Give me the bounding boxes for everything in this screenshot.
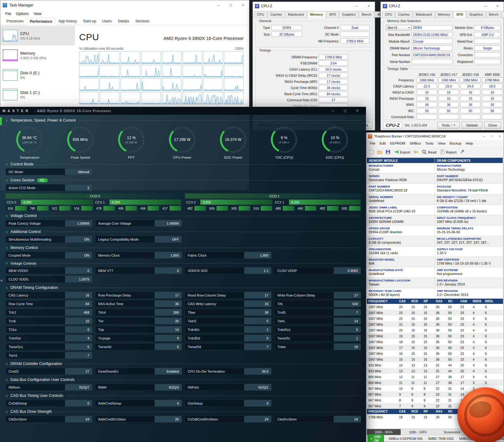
minimize-button[interactable]: –: [480, 135, 488, 138]
toolbar-open-icon[interactable]: [377, 149, 382, 155]
control-twrwrsd[interactable]: TwrwrSd6: [95, 343, 182, 350]
control-trcpage[interactable]: Trcpage0: [95, 335, 182, 342]
control-cldo-vddp[interactable]: CLDO VDDP0.9002: [274, 267, 361, 274]
chevron-down-icon[interactable]: ∨: [6, 362, 8, 366]
menu-item-tools[interactable]: Tools: [423, 142, 436, 145]
tab-graphics[interactable]: Graphics: [339, 11, 358, 17]
chevron-down-icon[interactable]: ∨: [6, 246, 8, 250]
tab-cpu[interactable]: CPU: [254, 11, 267, 17]
control-active-ccd-mode[interactable]: Active CCD Mode2: [6, 184, 92, 191]
control-write-row-column-delay[interactable]: Write Row-Column Delay17: [274, 292, 361, 299]
control-rttwr[interactable]: RttWrRZQ/3: [95, 384, 182, 391]
control-memory-clock[interactable]: Memory Clock1,800: [95, 252, 182, 259]
sidebar-collapse-icon[interactable]: «: [0, 277, 3, 283]
toolbar-report[interactable]: Report: [440, 149, 457, 155]
control-average-core-voltage[interactable]: Average Core Voltage1.09999: [95, 220, 182, 227]
control-twrwrsc[interactable]: TwrwrSc1: [274, 335, 361, 342]
close-button[interactable]: ×: [351, 109, 364, 113]
control-trdrdscl[interactable]: TrdrdScL5: [274, 326, 361, 333]
tab-app-history[interactable]: App history: [55, 17, 80, 25]
toolbar-new-doc-icon[interactable]: [369, 149, 374, 155]
tab-start-up[interactable]: Start-up: [80, 17, 99, 25]
menu-item-smbus[interactable]: SMBus: [407, 142, 423, 145]
control-ckedrvstren[interactable]: CkeDrvStren24: [274, 416, 361, 423]
toolbar-wrench-icon[interactable]: [460, 149, 465, 155]
control-twrrd[interactable]: Twrrd7: [6, 352, 92, 359]
toolbar-save-icon[interactable]: [386, 149, 391, 155]
sidebar-item-disk-0-e[interactable]: Disk 0 (E:)0%: [0, 65, 75, 85]
close-button[interactable]: ×: [237, 3, 249, 7]
close-button[interactable]: ×: [491, 4, 504, 8]
tab-caches[interactable]: Caches: [267, 11, 284, 17]
control-twrwrdd[interactable]: TwrwrDd7: [185, 343, 271, 350]
tab-bench[interactable]: Bench: [359, 11, 374, 17]
sidebar-item-cpu[interactable]: CPU1% 4.18 GHz: [0, 26, 75, 45]
tab-users[interactable]: Users: [99, 17, 115, 25]
control-addrcmdsetup[interactable]: AddrCmdSetup0: [95, 400, 182, 407]
button-tools[interactable]: Tools▼: [437, 122, 460, 129]
tab-bench[interactable]: Bench: [486, 11, 501, 17]
menu-item-view[interactable]: View: [31, 12, 44, 16]
control-clkdrvstren[interactable]: ClkDrvStren24: [6, 416, 92, 423]
control-fabric-clock[interactable]: Fabric Clock1,800: [185, 252, 271, 259]
control-mem-vtt[interactable]: MEM VTT0: [95, 267, 182, 274]
toolbar-key-icon[interactable]: [414, 149, 418, 155]
minimize-button[interactable]: –: [350, 4, 363, 8]
control-trfc2[interactable]: Trfc2468: [6, 309, 92, 316]
menu-item-file[interactable]: File: [367, 142, 378, 145]
control-trtp[interactable]: Trtp14: [95, 326, 182, 333]
control-tfaw[interactable]: Tfaw38: [185, 309, 271, 316]
menu-item-edit[interactable]: Edit: [378, 142, 388, 145]
close-button[interactable]: ×: [363, 4, 375, 8]
control-tcke[interactable]: TCke0: [6, 326, 92, 333]
control-trrdl[interactable]: TrrdL10: [6, 317, 92, 324]
control-oc-mode[interactable]: OC ModeManual: [6, 168, 92, 175]
control-row-precharge-delay[interactable]: Row Precharge Delay17: [95, 292, 182, 299]
minimize-button[interactable]: –: [479, 4, 491, 8]
control-geardownen[interactable]: GearDownEnEnabled: [95, 368, 182, 375]
menu-item-eeprom[interactable]: EEPROM: [388, 142, 407, 145]
control-twtrl[interactable]: TwtrL14: [274, 317, 361, 324]
maximize-button[interactable]: □: [488, 135, 496, 138]
control-read-row-column-delay[interactable]: Read Row-Column Delay17: [185, 292, 271, 299]
tab-mainboard[interactable]: Mainboard: [413, 11, 435, 17]
chevron-down-icon[interactable]: ∨: [6, 162, 8, 166]
control-simultaneous-multithreading[interactable]: Simultaneous MultithreadingON: [6, 236, 92, 243]
control-cas-write-latency[interactable]: CAS Write Latency16: [185, 300, 271, 307]
control-cmd2t[interactable]: Cmd2t1T: [6, 368, 92, 375]
control-mem-vddio[interactable]: MEM VDDIO0: [6, 267, 92, 274]
tab-services[interactable]: Services: [132, 17, 152, 25]
chevron-down-icon[interactable]: ∨: [6, 178, 8, 182]
tab-processes[interactable]: Processes: [3, 17, 27, 25]
toolbar-read[interactable]: Read: [422, 149, 437, 155]
control-twr[interactable]: Twr26: [95, 317, 182, 324]
tab-memory[interactable]: Memory: [435, 11, 453, 17]
menu-item-view[interactable]: View: [436, 142, 448, 145]
button-close[interactable]: Close: [484, 122, 501, 129]
control-trrds[interactable]: TrrdS7: [274, 309, 361, 316]
chevron-down-icon[interactable]: ∨: [6, 118, 8, 122]
control-cas-latency[interactable]: CAS Latency16: [6, 292, 92, 299]
chevron-down-icon[interactable]: ∨: [6, 286, 8, 290]
toolbar-export[interactable]: Export: [394, 149, 410, 155]
close-button[interactable]: ×: [496, 135, 504, 138]
tab-graphics[interactable]: Graphics: [467, 11, 486, 17]
control-twrwrscl[interactable]: TwrwrScL5: [6, 343, 92, 350]
control-vddcr-soc[interactable]: VDDCR SOC1.1: [185, 267, 271, 274]
minimize-button[interactable]: –: [327, 109, 339, 113]
control-trdrdsd[interactable]: TrdrdSd4: [6, 335, 92, 342]
control-cpu-on-die-termination[interactable]: CPU On-Die Termination36.9: [185, 368, 271, 375]
tab-performance[interactable]: Performance: [27, 18, 55, 25]
tab-mainboard[interactable]: Mainboard: [285, 11, 307, 17]
footer-tab-100h-1ffh[interactable]: 100h - 1FFh: [401, 429, 435, 435]
tab-details[interactable]: Details: [115, 17, 132, 25]
control-rttpark[interactable]: RttParkRZQ/1: [185, 384, 271, 391]
menu-item-options[interactable]: Options: [13, 12, 31, 16]
tab-caches[interactable]: Caches: [395, 11, 412, 17]
chevron-down-icon[interactable]: ∨: [6, 394, 8, 398]
maximize-button[interactable]: □: [225, 3, 237, 7]
control-row-cycle-time[interactable]: Row Cycle Time84: [6, 300, 92, 307]
control-trdrddd[interactable]: TrdrdDd5: [185, 335, 271, 342]
control-trdrdsc[interactable]: TrdrdSc1: [185, 326, 271, 333]
control-trdwr[interactable]: Trdwr18: [274, 343, 361, 350]
